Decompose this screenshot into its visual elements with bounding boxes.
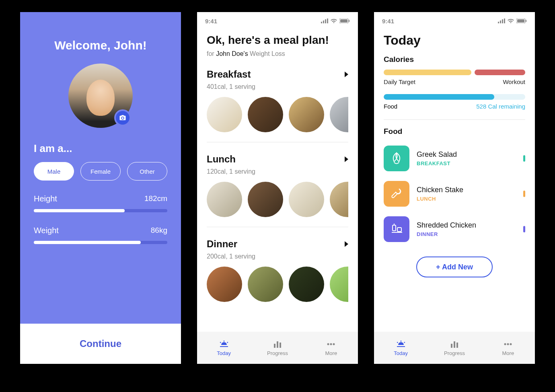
today-body: Today Calories Daily Target Workout Food… <box>374 30 535 332</box>
meal-thumbs[interactable] <box>207 267 348 302</box>
chevron-right-icon <box>345 241 348 247</box>
add-new-button[interactable]: + Add New <box>416 257 493 277</box>
weight-slider[interactable] <box>34 241 167 244</box>
workout-label: Workout <box>503 78 525 85</box>
camera-icon[interactable] <box>114 109 131 126</box>
today-icon <box>396 340 406 349</box>
meal-title: Breakfast <box>207 69 251 80</box>
svg-rect-24 <box>456 343 458 348</box>
tab-more[interactable]: More <box>481 332 535 364</box>
food-thumb[interactable] <box>207 182 242 217</box>
food-thumb[interactable] <box>207 267 242 302</box>
meal-head[interactable]: Lunch <box>207 154 348 165</box>
battery-icon <box>516 18 527 23</box>
today-icon <box>219 340 229 349</box>
progress-icon <box>449 340 460 349</box>
food-item[interactable]: Shredded Chicken DINNER <box>384 211 525 247</box>
gender-male[interactable]: Male <box>34 162 74 181</box>
height-value: 182cm <box>144 194 167 203</box>
meal-thumbs[interactable] <box>207 97 348 132</box>
meal-title: Lunch <box>207 154 236 165</box>
food-text: Shredded Chicken DINNER <box>417 221 476 237</box>
battery-icon <box>339 18 350 23</box>
divider <box>207 227 348 227</box>
wifi-icon <box>508 18 514 23</box>
food-item[interactable]: Chicken Stake LUNCH <box>384 176 525 211</box>
food-name: Chicken Stake <box>417 186 463 194</box>
food-bar-label: Food <box>384 103 397 110</box>
chicken-icon <box>384 181 409 207</box>
mealplan-screen: 9:41 Ok, here's a meal plan! for John Do… <box>197 12 358 364</box>
food-thumb[interactable] <box>330 182 348 217</box>
svg-rect-1 <box>323 21 324 23</box>
gender-female[interactable]: Female <box>80 162 121 181</box>
progress-icon <box>272 340 283 349</box>
food-list: Greek Salad BREAKFAST Chicken Stake LUNC… <box>384 141 525 247</box>
tab-progress[interactable]: Progress <box>251 332 304 364</box>
status-bar: 9:41 <box>374 12 535 30</box>
status-bar: 9:41 <box>197 12 358 30</box>
food-thumb[interactable] <box>330 97 348 132</box>
meal-head[interactable]: Dinner <box>207 238 348 250</box>
food-thumb[interactable] <box>289 267 324 302</box>
height-slider[interactable] <box>34 209 167 212</box>
food-thumb[interactable] <box>248 182 283 217</box>
food-thumb[interactable] <box>248 267 283 302</box>
svg-rect-21 <box>397 228 401 232</box>
food-item[interactable]: Greek Salad BREAKFAST <box>384 141 525 176</box>
food-name: Greek Salad <box>417 150 457 159</box>
svg-point-12 <box>333 343 335 345</box>
food-text: Greek Salad BREAKFAST <box>417 150 457 166</box>
dinner-icon <box>384 216 409 242</box>
divider <box>207 142 348 142</box>
svg-rect-16 <box>504 18 505 23</box>
food-thumb[interactable] <box>289 97 324 132</box>
more-icon <box>326 340 336 349</box>
calories-heading: Calories <box>384 55 525 64</box>
food-thumb[interactable] <box>248 97 283 132</box>
food-meal: LUNCH <box>417 196 463 202</box>
food-marker <box>523 191 525 197</box>
tab-today[interactable]: Today <box>197 332 251 364</box>
tab-bar: Today Progress More <box>374 332 535 364</box>
food-thumb[interactable] <box>330 267 348 302</box>
svg-point-26 <box>507 343 509 345</box>
food-thumb[interactable] <box>289 182 324 217</box>
salad-icon <box>384 146 409 171</box>
meal-sub: 120cal, 1 serving <box>207 168 348 175</box>
weight-value: 86kg <box>151 226 167 235</box>
meal-title: Dinner <box>207 238 237 250</box>
tab-today[interactable]: Today <box>374 332 428 364</box>
meal-head[interactable]: Breakfast <box>207 69 348 80</box>
gender-other[interactable]: Other <box>127 162 167 181</box>
food-marker <box>523 155 525 162</box>
food-meal: DINNER <box>417 231 476 237</box>
remaining-label: 528 Cal remaining <box>476 103 525 110</box>
weight-label: Weight <box>34 226 59 235</box>
onboarding-body: Welcome, John! I am a... Male Female Oth… <box>20 12 181 324</box>
tab-progress[interactable]: Progress <box>428 332 481 364</box>
signal-icon <box>498 18 505 23</box>
food-thumb[interactable] <box>207 97 242 132</box>
target-label: Daily Target <box>384 78 415 85</box>
svg-rect-14 <box>500 21 501 23</box>
continue-button[interactable]: Continue <box>80 338 121 349</box>
onboarding-screen: Welcome, John! I am a... Male Female Oth… <box>20 12 181 364</box>
food-text: Chicken Stake LUNCH <box>417 186 463 202</box>
sub-prefix: for <box>207 50 216 57</box>
meal-thumbs[interactable] <box>207 182 348 217</box>
onboarding-footer: Continue <box>20 324 181 364</box>
tab-label: Progress <box>444 350 465 356</box>
mealplan-body: Ok, here's a meal plan! for John Doe's W… <box>197 30 358 332</box>
welcome-title: Welcome, John! <box>54 39 146 52</box>
meal-sub: 200cal, 1 serving <box>207 253 348 260</box>
tab-more[interactable]: More <box>304 332 358 364</box>
food-heading: Food <box>384 127 525 136</box>
weight-metric: Weight 86kg <box>34 226 167 244</box>
svg-rect-22 <box>451 344 452 348</box>
svg-rect-8 <box>277 341 278 348</box>
sub-name: John Doe's <box>216 50 248 57</box>
status-time: 9:41 <box>205 18 217 25</box>
svg-rect-19 <box>526 20 526 22</box>
tab-label: Today <box>217 350 231 356</box>
